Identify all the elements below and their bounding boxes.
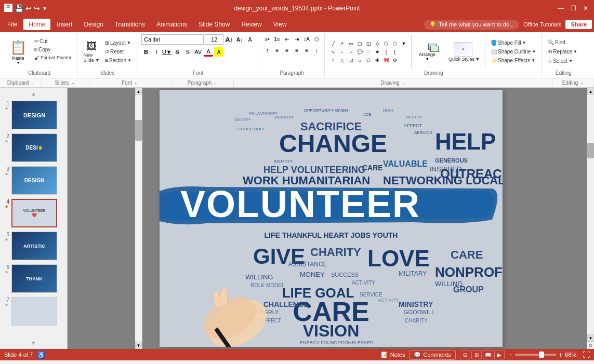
clear-format-button[interactable]: Ā	[245, 35, 255, 44]
comments-button[interactable]: 💬 Comments	[409, 350, 455, 360]
paste-button[interactable]: 📋 Paste ▼	[5, 37, 31, 66]
slide-thumb-7[interactable]: 7 ★	[2, 296, 65, 327]
clipboard-expand[interactable]: ⌄	[31, 80, 34, 85]
align-left-button[interactable]: ≡	[272, 46, 282, 55]
convert-smartart-button[interactable]: ⬡	[312, 34, 321, 44]
scroll-down-arrow[interactable]: ▼	[31, 340, 36, 346]
more-shapes[interactable]: ▼	[400, 40, 408, 47]
strikethrough-button[interactable]: S	[173, 47, 182, 57]
redo-icon[interactable]: ↪	[34, 4, 40, 12]
slide-thumb-5[interactable]: 5 ★ ARTISTIC	[2, 231, 65, 261]
arrow-shape[interactable]: ↗	[338, 40, 346, 47]
slide-canvas[interactable]: OPPORTUNITY GIVEN RECRUIT JOB HIGH PHILA…	[160, 90, 503, 347]
slide-sorter-button[interactable]: ⊞	[471, 350, 482, 359]
slide-thumb-2[interactable]: 2 ★ DESI✋	[2, 132, 65, 163]
shadow-button[interactable]: S	[183, 47, 192, 57]
curve-shape[interactable]: ∿	[329, 48, 337, 56]
bracket-shape[interactable]: [	[391, 48, 399, 56]
numbered-list-button[interactable]: 1≡	[272, 34, 282, 44]
font-size-input[interactable]	[205, 34, 223, 45]
menu-animations[interactable]: Animations	[151, 19, 192, 30]
close-button[interactable]: ✕	[582, 4, 590, 12]
format-painter-button[interactable]: 🖌 Format Painter	[32, 54, 74, 62]
replace-button[interactable]: ⟲ Replace ▼	[546, 48, 579, 56]
office-tutorials-link[interactable]: Office Tutorials	[523, 21, 561, 28]
diamond-shape[interactable]: ◇	[373, 40, 381, 47]
italic-button[interactable]: I	[152, 47, 161, 57]
increase-font-button[interactable]: A↑	[225, 35, 234, 44]
justify-button[interactable]: ≡	[302, 46, 311, 55]
arrange-button[interactable]: Arrange ▼	[415, 41, 440, 63]
font-name-input[interactable]	[141, 34, 204, 45]
accessibility-icon[interactable]: ♿	[37, 351, 45, 359]
undo-icon[interactable]: ↩	[25, 4, 32, 12]
text-direction-button[interactable]: ↕A	[302, 34, 311, 44]
zoom-plus-button[interactable]: +	[559, 350, 563, 359]
octagon-shape[interactable]: ⬡	[364, 57, 373, 64]
menu-slideshow[interactable]: Slide Show	[193, 19, 235, 30]
align-center-button[interactable]: ≡	[282, 46, 292, 55]
hexagon-shape[interactable]: ⬡	[391, 40, 399, 47]
slides-expand[interactable]: ⌄	[71, 80, 75, 85]
quick-styles-button[interactable]: A Quick Styles ▼	[446, 41, 482, 63]
font-color-button[interactable]: A	[204, 47, 213, 57]
elbow-shape[interactable]: ⌐	[338, 48, 346, 56]
decrease-indent-button[interactable]: ⇤	[282, 34, 292, 44]
scroll-up-button[interactable]: ▲	[587, 88, 594, 95]
line-spacing-button[interactable]: ↕	[312, 46, 321, 55]
menu-file[interactable]: File	[2, 19, 22, 30]
round-rect-shape[interactable]: ▢	[355, 40, 364, 47]
slide-thumb-1[interactable]: 1 ★ DESIGN	[2, 100, 65, 130]
zoom-minus-button[interactable]: −	[509, 350, 513, 359]
paragraph-expand[interactable]: ⌄	[214, 80, 217, 85]
find-button[interactable]: 🔍 Find	[546, 38, 567, 46]
decrease-font-button[interactable]: A↓	[235, 35, 244, 44]
customize-icon[interactable]: ▼	[42, 6, 47, 11]
slide-thumb-4[interactable]: 4 ★ VOLUNTEER ❤️	[2, 198, 65, 228]
underline-button[interactable]: U▼	[162, 47, 171, 57]
trapezoid-shape[interactable]: ⏢	[355, 57, 364, 64]
gear-shape[interactable]: ⚙	[391, 57, 399, 64]
scroll-up-arrow[interactable]: ▲	[31, 91, 36, 97]
scroll-left-up[interactable]: ▲	[135, 88, 142, 95]
slide-thumb-3[interactable]: 3 ★ DESIGN	[2, 165, 65, 196]
notes-button[interactable]: Notes	[390, 352, 405, 358]
line-shape[interactable]: ╱	[329, 40, 337, 47]
cross-shape[interactable]: ✚	[373, 57, 381, 64]
tell-me-input[interactable]: 💡 Tell me what you want to do...	[424, 20, 519, 30]
layout-button[interactable]: ⊞ Layout ▼	[103, 39, 134, 47]
shape-effects-button[interactable]: ✨ Shape Effects ▼	[489, 57, 538, 64]
bold-button[interactable]: B	[141, 47, 151, 57]
menu-insert[interactable]: Insert	[51, 19, 77, 30]
rect-shape[interactable]: ▭	[347, 40, 355, 47]
reset-button[interactable]: ↺ Reset	[103, 48, 134, 56]
heart-shape[interactable]: ♡	[364, 48, 373, 56]
minimize-button[interactable]: —	[557, 4, 565, 12]
increase-indent-button[interactable]: ⇥	[292, 34, 301, 44]
brace-shape[interactable]: {	[382, 48, 390, 56]
align-right-button[interactable]: ≡	[292, 46, 301, 55]
columns-button[interactable]: ⫶	[262, 46, 272, 55]
share-button[interactable]: Share	[565, 20, 592, 29]
menu-transitions[interactable]: Transitions	[110, 19, 150, 30]
reading-view-button[interactable]: 📖	[483, 350, 493, 359]
scroll-down-button[interactable]: ▼	[587, 334, 594, 342]
menu-view[interactable]: View	[268, 19, 292, 30]
menu-home[interactable]: Home	[23, 19, 50, 30]
spacing-button[interactable]: AV	[193, 47, 203, 57]
double-arrow-shape[interactable]: ↔	[347, 48, 355, 56]
section-button[interactable]: ≡ Section ▼	[103, 57, 134, 64]
star-shape[interactable]: ★	[373, 48, 381, 56]
normal-view-button[interactable]: ⊟	[460, 350, 470, 359]
pentagon-shape[interactable]: ⬠	[382, 40, 390, 47]
font-expand[interactable]: ⌄	[134, 80, 138, 85]
save-icon[interactable]: 💾	[15, 4, 23, 12]
bullets-button[interactable]: ≡•	[262, 34, 272, 44]
ribbon-shape[interactable]: 🎀	[382, 57, 390, 64]
new-slide-button[interactable]: 🖼 NewSlide ▼	[82, 39, 102, 64]
parallelogram-shape[interactable]: ◱	[364, 40, 373, 47]
left-scroll-thumb[interactable]	[135, 120, 142, 141]
slideshow-button[interactable]: ▶	[494, 350, 505, 359]
zoom-handle[interactable]	[539, 352, 544, 358]
text-highlight-button[interactable]: A	[214, 47, 223, 57]
